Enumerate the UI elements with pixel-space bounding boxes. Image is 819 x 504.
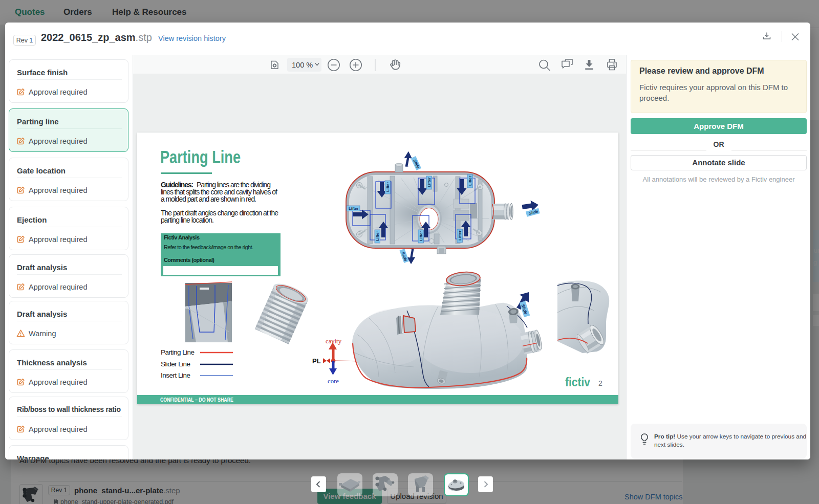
svg-text:Fictiv Analysis: Fictiv Analysis — [164, 234, 200, 240]
svg-text:Comments (optional): Comments (optional) — [164, 257, 214, 263]
svg-text:Lifter: Lifter — [375, 231, 380, 242]
svg-text:PL: PL — [312, 357, 321, 365]
svg-text:Lifter: Lifter — [385, 182, 390, 192]
svg-text:parting line location.: parting line location. — [161, 216, 214, 224]
svg-text:Lifter: Lifter — [458, 231, 462, 241]
svg-text:cavity: cavity — [326, 337, 341, 345]
svg-text:100 %: 100 % — [292, 61, 313, 69]
svg-text:Parting Line: Parting Line — [160, 147, 241, 167]
svg-text:Lifter: Lifter — [349, 206, 359, 211]
svg-text:2: 2 — [598, 379, 602, 387]
svg-text:Lifter: Lifter — [468, 176, 472, 186]
svg-text:Lifter: Lifter — [427, 178, 432, 188]
svg-text:Slider Line: Slider Line — [161, 360, 190, 368]
svg-text:fictiv: fictiv — [565, 375, 591, 389]
svg-text:Lifter: Lifter — [419, 231, 423, 242]
svg-text:a molded part and are shown in: a molded part and are shown in red. — [161, 195, 256, 203]
svg-text:Refer to the feedback/image on: Refer to the feedback/image on the right… — [164, 244, 253, 250]
svg-text:CONFIDENTIAL – DO NOT SHARE: CONFIDENTIAL – DO NOT SHARE — [160, 397, 233, 403]
svg-text:Parting Line: Parting Line — [161, 348, 195, 356]
svg-text:core: core — [328, 377, 339, 385]
svg-text:Insert Line: Insert Line — [161, 371, 190, 379]
